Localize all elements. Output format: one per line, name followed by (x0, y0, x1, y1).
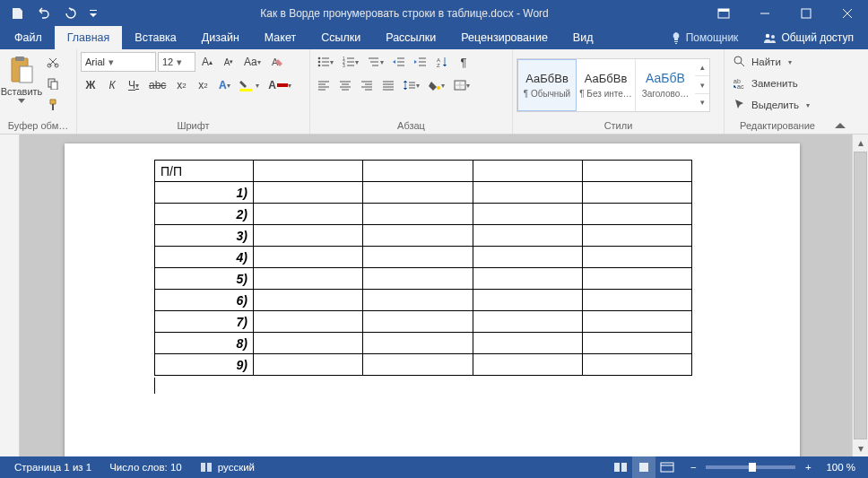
bullets-button[interactable]: ▾ (314, 52, 337, 72)
chevron-down-icon (18, 99, 25, 103)
collapse-ribbon-button[interactable] (830, 49, 850, 134)
cut-button[interactable] (43, 52, 63, 72)
format-painter-button[interactable] (43, 95, 63, 115)
copy-button[interactable] (43, 74, 63, 93)
svg-text:3: 3 (343, 63, 345, 67)
gallery-down-button[interactable]: ▾ (695, 76, 709, 94)
tab-references[interactable]: Ссылки (308, 26, 373, 49)
tab-home[interactable]: Главная (55, 26, 123, 49)
tell-me-input[interactable]: Помощник (661, 26, 748, 49)
share-button[interactable]: Общий доступ (752, 26, 864, 49)
align-left-icon (317, 80, 330, 91)
style-heading1[interactable]: АаБбВ Заголово… (636, 59, 695, 111)
clipboard-icon (9, 56, 34, 84)
tab-review[interactable]: Рецензирование (448, 26, 560, 49)
tab-view[interactable]: Вид (560, 26, 606, 49)
workspace: П/П 1) 2) 3) 4) 5) 6) 7) 8) 9) ▴ ▾ (0, 135, 868, 456)
save-button[interactable] (5, 4, 29, 23)
bold-button[interactable]: Ж (81, 75, 100, 95)
tab-insert[interactable]: Вставка (122, 26, 188, 49)
table-cell[interactable] (473, 161, 582, 182)
tab-mailings[interactable]: Рассылки (373, 26, 448, 49)
status-language[interactable]: русский (191, 456, 264, 478)
tab-file[interactable]: Файл (2, 26, 55, 49)
font-size-combo[interactable]: 12▾ (158, 52, 195, 72)
increase-indent-button[interactable] (411, 52, 430, 72)
shrink-font-button[interactable]: A▾ (219, 52, 239, 72)
document-area[interactable]: П/П 1) 2) 3) 4) 5) 6) 7) 8) 9) (20, 135, 852, 456)
grow-font-button[interactable]: A▴ (197, 52, 217, 72)
justify-button[interactable] (378, 75, 398, 95)
redo-button[interactable] (59, 4, 82, 23)
group-editing-label: Редактирование (728, 117, 827, 134)
line-spacing-button[interactable]: ▾ (400, 75, 423, 95)
table-cell[interactable] (254, 161, 363, 182)
minimize-button[interactable] (744, 0, 786, 26)
close-button[interactable] (827, 0, 868, 26)
font-name-combo[interactable]: Arial▾ (81, 52, 156, 72)
clear-formatting-button[interactable]: A (266, 52, 288, 72)
italic-button[interactable]: К (102, 75, 122, 95)
style-no-spacing[interactable]: АаБбВв ¶ Без инте… (577, 59, 636, 111)
read-mode-button[interactable] (609, 456, 632, 478)
font-color-button[interactable]: A▾ (265, 75, 295, 95)
vertical-scrollbar[interactable]: ▴ ▾ (852, 135, 868, 456)
replace-button[interactable]: abac Заменить (730, 74, 813, 93)
text-effects-button[interactable]: A▾ (214, 75, 234, 95)
ribbon-display-options-button[interactable] (703, 0, 744, 26)
superscript-button[interactable]: x2 (193, 75, 213, 95)
align-left-button[interactable] (314, 75, 334, 95)
table-cell[interactable] (363, 161, 473, 182)
status-word-count[interactable]: Число слов: 10 (100, 456, 191, 478)
decrease-indent-button[interactable] (389, 52, 409, 72)
tab-layout[interactable]: Макет (252, 26, 308, 49)
show-marks-button[interactable]: ¶ (454, 52, 473, 72)
styles-gallery: АаБбВв ¶ Обычный АаБбВв ¶ Без инте… АаБб… (516, 58, 710, 112)
sort-button[interactable]: AZ (432, 52, 452, 72)
table-row: П/П (155, 161, 692, 182)
select-button[interactable]: Выделить ▾ (730, 95, 813, 115)
strikethrough-button[interactable]: abc (145, 75, 169, 95)
web-layout-button[interactable] (655, 456, 679, 478)
print-layout-button[interactable] (632, 456, 655, 478)
multilevel-list-button[interactable]: ▾ (364, 52, 387, 72)
paste-button[interactable]: Вставить (4, 52, 39, 103)
underline-button[interactable]: Ч▾ (124, 75, 143, 95)
svg-point-24 (734, 56, 742, 64)
svg-rect-1 (718, 9, 729, 12)
align-right-button[interactable] (357, 75, 377, 95)
zoom-out-button[interactable]: − (686, 462, 700, 473)
zoom-in-button[interactable]: + (801, 462, 815, 473)
tab-design[interactable]: Дизайн (189, 26, 252, 49)
maximize-button[interactable] (786, 0, 827, 26)
align-center-button[interactable] (335, 75, 355, 95)
numbering-button[interactable]: 123▾ (339, 52, 362, 72)
document-table[interactable]: П/П 1) 2) 3) 4) 5) 6) 7) 8) 9) (154, 160, 692, 376)
scroll-up-button[interactable]: ▴ (853, 135, 868, 151)
eraser-icon: A (270, 56, 284, 68)
zoom-slider[interactable] (706, 465, 795, 469)
svg-text:ac: ac (737, 83, 744, 90)
status-page[interactable]: Страница 1 из 1 (5, 456, 100, 478)
subscript-button[interactable]: x2 (171, 75, 191, 95)
svg-point-16 (318, 65, 321, 67)
zoom-level[interactable]: 100 % (826, 462, 855, 473)
vertical-ruler[interactable] (0, 135, 20, 456)
undo-button[interactable] (32, 4, 56, 23)
change-case-button[interactable]: Aa▾ (240, 52, 265, 72)
find-button[interactable]: Найти ▾ (730, 52, 813, 72)
gallery-up-button[interactable]: ▴ (695, 59, 709, 77)
zoom-slider-thumb[interactable] (749, 463, 756, 472)
borders-button[interactable]: ▾ (450, 75, 473, 95)
table-cell[interactable] (582, 161, 691, 182)
style-normal[interactable]: АаБбВв ¶ Обычный (517, 59, 577, 111)
gallery-more-button[interactable]: ▾ (695, 94, 709, 111)
table-header-cell[interactable]: П/П (155, 161, 254, 182)
scroll-down-button[interactable]: ▾ (853, 440, 868, 456)
scroll-thumb[interactable] (854, 152, 867, 439)
shading-button[interactable]: ▾ (425, 75, 448, 95)
svg-point-14 (318, 57, 321, 60)
book-icon (200, 462, 213, 473)
qat-customize-button[interactable] (86, 4, 100, 23)
highlight-button[interactable]: ▾ (236, 75, 263, 95)
